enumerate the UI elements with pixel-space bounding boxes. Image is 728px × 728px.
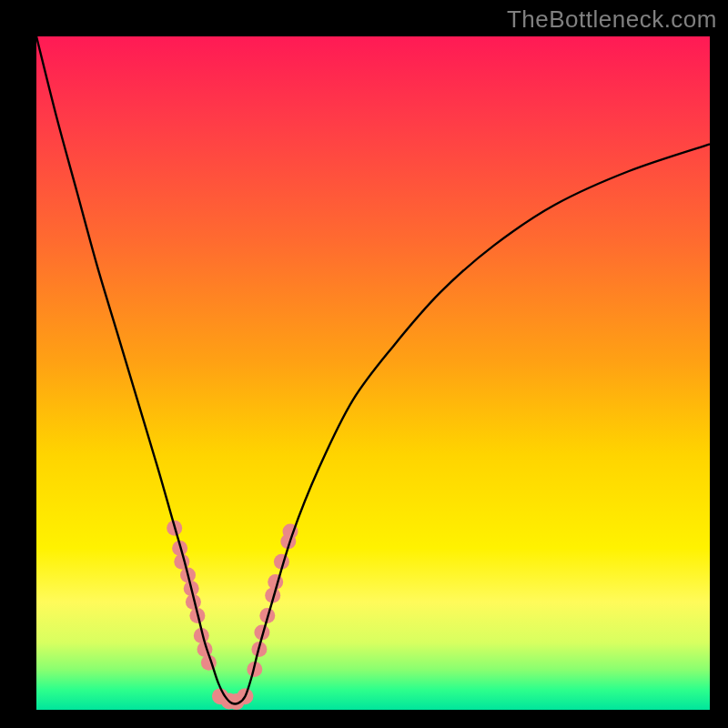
chart-svg [36,36,710,710]
chart-frame: TheBottleneck.com [0,0,728,728]
chart-marker [174,554,189,570]
marker-layer [167,521,298,710]
plot-area [36,36,710,710]
bottleneck-curve [36,36,710,704]
watermark-text: TheBottleneck.com [507,5,717,34]
